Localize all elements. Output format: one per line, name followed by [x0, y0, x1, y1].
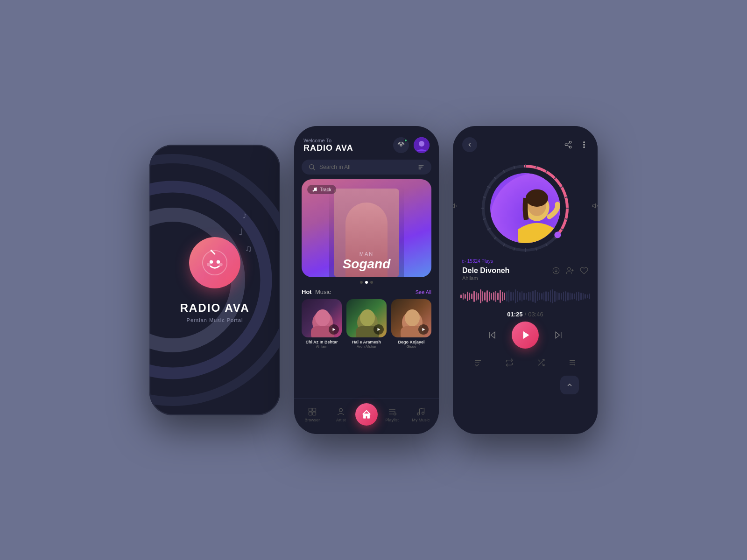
svg-point-45 — [394, 413, 396, 415]
filter-button[interactable] — [417, 163, 425, 171]
svg-point-41 — [339, 408, 343, 412]
share-button[interactable] — [564, 140, 572, 149]
card-thumb-3 — [391, 299, 431, 337]
music-card-3[interactable]: Bego Kojayei Gisoo — [391, 299, 431, 349]
music-card-2[interactable]: Hal e Aramesh Aron Afshar — [346, 299, 387, 349]
svg-point-12 — [400, 144, 402, 146]
hero-text: MAN Sogand — [302, 251, 431, 272]
filter-icon — [417, 163, 425, 171]
card-thumb-2 — [346, 299, 387, 337]
svg-rect-38 — [313, 408, 316, 411]
album-art-container — [453, 157, 598, 257]
home-icon — [361, 409, 372, 420]
shuffle-button[interactable] — [534, 355, 549, 370]
hot-music-title: Hot Music — [302, 288, 331, 295]
radio-button[interactable] — [393, 137, 409, 153]
home-phone: Welcome To RADIO AVA Search in All — [294, 126, 439, 434]
svg-point-57 — [584, 147, 585, 147]
play-button[interactable] — [512, 322, 539, 349]
repeat-button[interactable] — [502, 355, 517, 370]
brand-title: RADIO AVA — [303, 143, 353, 153]
playlist-icon — [388, 407, 397, 416]
album-art — [490, 173, 560, 243]
music-notes: ♪ ♩ ♫ — [242, 210, 252, 254]
svg-point-6 — [210, 260, 213, 263]
more-button[interactable] — [580, 140, 588, 149]
back-icon — [466, 141, 473, 148]
song-actions — [552, 266, 588, 275]
card-name-3: Bego Kojayei — [391, 340, 431, 344]
search-bar[interactable]: Search in All — [302, 160, 431, 175]
see-all-button[interactable]: See All — [416, 289, 431, 295]
next-button[interactable] — [550, 327, 567, 343]
search-input[interactable]: Search in All — [319, 164, 414, 170]
svg-rect-40 — [313, 412, 316, 415]
player-header-icons — [564, 140, 588, 149]
play-overlay-1 — [329, 324, 339, 335]
svg-line-59 — [456, 205, 457, 207]
card-artist-2: Aron Afshar — [346, 344, 387, 349]
controls-row — [453, 322, 598, 353]
svg-marker-100 — [556, 332, 559, 338]
song-artist: Ahllam — [453, 275, 598, 285]
svg-marker-97 — [491, 332, 495, 338]
add-person-icon[interactable] — [566, 266, 574, 275]
heart-icon[interactable] — [580, 266, 588, 275]
nav-browser[interactable]: Browser — [298, 407, 327, 422]
artist-icon — [336, 407, 345, 416]
svg-point-26 — [315, 309, 330, 326]
svg-point-51 — [565, 144, 567, 146]
hero-card[interactable]: Track MAN Sogand — [302, 179, 431, 277]
svg-point-8 — [207, 263, 210, 266]
nav-mymusic[interactable]: My Music — [407, 407, 436, 422]
prev-icon — [487, 330, 497, 340]
splash-content: ♪ ♩ ♫ — [149, 145, 280, 415]
card-thumb-1 — [302, 299, 342, 337]
splash-tagline: Persian Music Portal — [187, 317, 243, 323]
svg-point-46 — [417, 413, 420, 415]
browser-icon — [308, 407, 317, 416]
svg-line-106 — [538, 360, 540, 362]
radio-logo-icon — [202, 250, 228, 276]
music-icon — [312, 187, 317, 192]
svg-point-90 — [526, 189, 548, 207]
back-button[interactable] — [462, 137, 477, 152]
chevron-up-icon — [566, 381, 573, 389]
player-content: ▷ 15324 Plays Dele Divoneh Ahllam 01:25 … — [453, 126, 598, 434]
download-icon[interactable] — [552, 266, 560, 275]
music-card-1[interactable]: Chi Az In Behtar Ahllam — [302, 299, 342, 349]
logo-circle — [189, 237, 240, 288]
time-row: 01:25 / 03:46 — [453, 308, 598, 322]
add-to-queue-button[interactable] — [565, 355, 580, 370]
note-3: ♫ — [245, 243, 252, 254]
nav-home-button[interactable] — [355, 403, 378, 426]
bottom-nav: Browser Artist Playlist My Music — [294, 398, 439, 434]
svg-point-7 — [217, 260, 220, 263]
more-icon — [580, 140, 588, 149]
svg-point-47 — [422, 412, 424, 414]
splash-brand-name: RADIO AVA — [180, 301, 249, 315]
play-icon — [376, 327, 381, 332]
user-avatar[interactable] — [414, 137, 430, 153]
svg-line-16 — [313, 168, 315, 170]
svg-point-52 — [569, 146, 571, 148]
svg-rect-39 — [309, 412, 312, 415]
queue-icon[interactable] — [471, 355, 486, 370]
search-icon — [308, 163, 316, 171]
nav-playlist[interactable]: Playlist — [378, 407, 407, 422]
svg-point-56 — [584, 144, 585, 145]
nav-playlist-label: Playlist — [385, 418, 399, 422]
prev-button[interactable] — [484, 327, 500, 343]
music-cards: Chi Az In Behtar Ahllam — [294, 299, 439, 353]
nav-artist[interactable]: Artist — [327, 407, 356, 422]
scroll-up-button[interactable] — [560, 376, 579, 394]
svg-point-22 — [353, 211, 380, 241]
svg-point-24 — [356, 213, 377, 237]
time-separator: / — [525, 311, 527, 318]
svg-marker-36 — [423, 328, 425, 331]
card-name-2: Hal e Aramesh — [346, 340, 387, 344]
svg-line-53 — [567, 145, 569, 147]
volume-ring[interactable] — [479, 161, 572, 255]
play-icon — [421, 327, 426, 332]
nav-browser-label: Browser — [304, 418, 320, 422]
